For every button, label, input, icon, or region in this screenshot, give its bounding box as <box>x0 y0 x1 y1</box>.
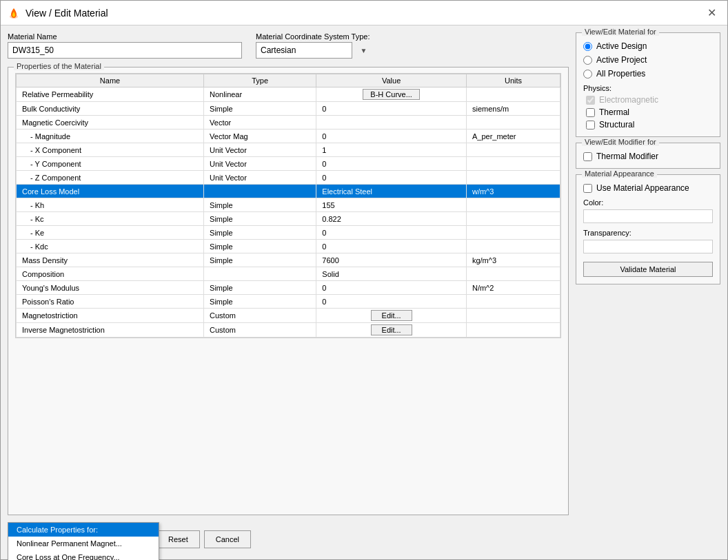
table-row[interactable]: - Z ComponentUnit Vector0 <box>17 171 560 185</box>
table-body: Relative PermeabilityNonlinearB-H Curve.… <box>17 87 560 338</box>
table-cell-value: Electrical Steel <box>316 185 467 198</box>
table-cell-units <box>466 143 560 157</box>
title-text: View / Edit Material <box>26 8 108 19</box>
physics-structural: Structural <box>586 120 713 129</box>
transparency-section: Transparency: <box>583 229 713 253</box>
material-name-input[interactable] <box>8 42 242 59</box>
table-cell-type: Simple <box>204 102 316 116</box>
physics-items: Electromagnetic Thermal Structural <box>583 95 713 129</box>
radio-all-properties: All Properties <box>583 69 713 79</box>
dropdown-item-0[interactable]: Calculate Properties for: <box>8 523 159 537</box>
table-row[interactable]: Bulk ConductivitySimple0siemens/m <box>17 102 560 116</box>
table-cell-units: A_per_meter <box>466 129 560 143</box>
radio-active-design-input[interactable] <box>583 42 592 51</box>
table-row[interactable]: - KcSimple0.822 <box>17 212 560 226</box>
material-name-group: Material Name <box>8 32 242 59</box>
left-panel: Material Name Material Coordinate System… <box>8 32 569 515</box>
col-header-name: Name <box>17 74 204 87</box>
table-row[interactable]: Inverse MagnetostrictionCustomEdit... <box>17 323 560 338</box>
radio-active-project-input[interactable] <box>583 56 592 65</box>
table-row[interactable]: Young's ModulusSimple0N/m^2 <box>17 281 560 295</box>
table-row[interactable]: - KeSimple0 <box>17 226 560 240</box>
reset-button[interactable]: Reset <box>156 530 200 548</box>
col-header-value: Value <box>316 74 467 87</box>
table-cell-name: Composition <box>17 267 204 281</box>
table-row[interactable]: - Y ComponentUnit Vector0 <box>17 157 560 171</box>
modifier-content: Thermal Modifier <box>583 149 713 161</box>
table-row[interactable]: - KdcSimple0 <box>17 240 560 253</box>
table-cell-value: 0 <box>316 129 467 143</box>
view-edit-radio-group: Active Design Active Project All Propert… <box>583 39 713 79</box>
color-section: Color: <box>583 198 713 223</box>
table-row[interactable]: Relative PermeabilityNonlinearB-H Curve.… <box>17 87 560 102</box>
table-row[interactable]: - X ComponentUnit Vector1 <box>17 143 560 157</box>
table-cell-value <box>316 116 467 129</box>
table-cell-type: Custom <box>204 323 316 338</box>
thermal-modifier-checkbox[interactable] <box>583 152 592 161</box>
physics-thermal-label: Thermal <box>599 107 629 117</box>
table-cell-units <box>466 116 560 129</box>
table-cell-name: - X Component <box>17 143 204 157</box>
table-cell-name: - Kc <box>17 212 204 226</box>
view-edit-material-group: View/Edit Material for Active Design Act… <box>576 32 720 137</box>
edit-button[interactable]: Edit... <box>371 324 412 335</box>
thermal-modifier-item: Thermal Modifier <box>583 152 713 161</box>
table-row[interactable]: Core Loss ModelElectrical Steelw/m^3 <box>17 185 560 198</box>
view-edit-modifier-group: View/Edit Modifier for Thermal Modifier <box>576 143 720 169</box>
table-cell-type: Custom <box>204 309 316 323</box>
table-cell-units <box>466 171 560 185</box>
use-material-appearance-checkbox[interactable] <box>583 184 592 193</box>
use-material-appearance-label: Use Material Appearance <box>596 183 689 193</box>
table-cell-value: 0 <box>316 171 467 185</box>
table-row[interactable]: MagnetostrictionCustomEdit... <box>17 309 560 323</box>
table-cell-value: 0.822 <box>316 212 467 226</box>
table-cell-value: 0 <box>316 226 467 240</box>
material-appearance-title: Material Appearance <box>582 169 657 178</box>
radio-active-project: Active Project <box>583 55 713 65</box>
edit-button[interactable]: Edit... <box>371 310 412 321</box>
properties-table-wrapper[interactable]: Name Type Value Units Relative Permeabil… <box>15 73 561 338</box>
table-cell-name: - Kh <box>17 198 204 212</box>
coord-system-select[interactable]: Cartesian Cylindrical Spherical <box>256 42 352 59</box>
title-bar: View / Edit Material ✕ <box>1 1 727 25</box>
table-cell-value: 0 <box>316 295 467 309</box>
table-cell-value: 1 <box>316 143 467 157</box>
table-header-row: Name Type Value Units <box>17 74 560 87</box>
coord-system-arrow-icon: ▼ <box>361 47 367 54</box>
table-cell-name: Inverse Magnetostriction <box>17 323 204 338</box>
dropdown-item-2[interactable]: Core Loss at One Frequency... <box>8 550 159 560</box>
physics-structural-label: Structural <box>599 120 634 129</box>
physics-thermal-checkbox[interactable] <box>586 108 595 117</box>
validate-material-button[interactable]: Validate Material <box>583 262 713 277</box>
table-cell-units: siemens/m <box>466 102 560 116</box>
bottom-area: ▼ Reset Cancel Calculate Properties for:… <box>1 522 727 559</box>
close-button[interactable]: ✕ <box>703 5 720 21</box>
table-cell-value: 0 <box>316 157 467 171</box>
table-row[interactable]: Poisson's RatioSimple0 <box>17 295 560 309</box>
table-cell-name: Poisson's Ratio <box>17 295 204 309</box>
table-cell-type: Simple <box>204 198 316 212</box>
transparency-field <box>583 240 713 253</box>
table-row[interactable]: - MagnitudeVector Mag0A_per_meter <box>17 129 560 143</box>
view-edit-modifier-title: View/Edit Modifier for <box>582 138 659 146</box>
table-row[interactable]: Mass DensitySimple7600kg/m^3 <box>17 253 560 267</box>
table-row[interactable]: - KhSimple155 <box>17 198 560 212</box>
table-cell-value: Solid <box>316 267 467 281</box>
table-row[interactable]: Magnetic CoercivityVector <box>17 116 560 129</box>
table-cell-name: Relative Permeability <box>17 87 204 102</box>
dropdown-item-1[interactable]: Nonlinear Permanent Magnet... <box>8 537 159 550</box>
table-cell-name: Magnetostriction <box>17 309 204 323</box>
cancel-button[interactable]: Cancel <box>204 530 251 548</box>
table-cell-name: Magnetic Coercivity <box>17 116 204 129</box>
radio-all-properties-input[interactable] <box>583 70 592 79</box>
table-cell-type: Simple <box>204 212 316 226</box>
table-cell-type <box>204 185 316 198</box>
table-row[interactable]: CompositionSolid <box>17 267 560 281</box>
table-cell-type: Unit Vector <box>204 143 316 157</box>
table-cell-type: Simple <box>204 226 316 240</box>
form-row-top: Material Name Material Coordinate System… <box>8 32 569 59</box>
bh-curve-button[interactable]: B-H Curve... <box>363 89 420 100</box>
physics-structural-checkbox[interactable] <box>586 121 595 129</box>
physics-electromagnetic: Electromagnetic <box>586 95 713 105</box>
table-cell-value: B-H Curve... <box>316 87 467 102</box>
